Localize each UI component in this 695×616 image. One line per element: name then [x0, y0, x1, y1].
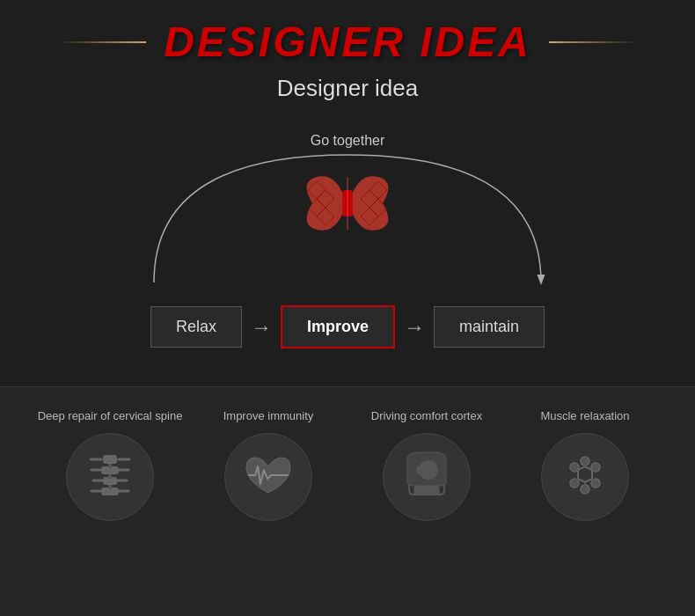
feature-label-4: Muscle relaxation — [540, 409, 629, 424]
feature-item-1: Deep repair of cervical spine — [35, 409, 185, 603]
right-decorative-line — [549, 41, 637, 43]
arch-container: Go together — [84, 128, 611, 304]
arrow-1: → — [251, 315, 272, 340]
feature-icon-circle-3 — [383, 433, 471, 521]
svg-point-24 — [591, 479, 600, 488]
head-icon — [400, 451, 453, 503]
features-grid: Deep repair of cervical spine — [35, 409, 660, 603]
svg-rect-2 — [103, 455, 117, 464]
top-section: DESIGNER IDEA Designer idea Go together — [0, 0, 695, 387]
feature-item-3: Driving comfort cortex — [352, 409, 501, 603]
feature-label-2: Improve immunity — [223, 409, 314, 424]
pillow-illustration — [295, 164, 400, 243]
maintain-box: maintain — [434, 306, 545, 348]
pillow-svg — [295, 164, 400, 243]
feature-icon-circle-2 — [224, 433, 312, 521]
feature-label-1: Deep repair of cervical spine — [38, 409, 183, 424]
arrow-2: → — [404, 315, 425, 340]
svg-point-20 — [416, 466, 421, 474]
feature-item-2: Improve immunity — [194, 409, 343, 603]
feature-item-4: Muscle relaxation — [510, 409, 660, 603]
subtitle: Designer idea — [277, 75, 418, 102]
svg-marker-21 — [578, 466, 592, 482]
feature-icon-circle-1 — [66, 433, 154, 521]
go-together-label: Go together — [311, 133, 385, 149]
bottom-section: Deep repair of cervical spine — [0, 387, 695, 616]
svg-rect-6 — [108, 464, 112, 468]
main-title: DESIGNER IDEA — [164, 18, 531, 66]
relax-box: Relax — [150, 306, 242, 348]
feature-label-3: Driving comfort cortex — [371, 409, 482, 424]
spine-icon — [84, 451, 136, 503]
feature-icon-circle-4 — [541, 433, 629, 521]
heart-icon — [242, 451, 295, 503]
molecule-icon — [559, 451, 611, 503]
boxes-row: Relax → Improve → maintain — [40, 305, 655, 348]
left-decorative-line — [58, 41, 146, 43]
diagram-area: Go together — [40, 128, 655, 357]
decorative-header: DESIGNER IDEA — [58, 18, 637, 66]
svg-point-19 — [419, 460, 438, 480]
improve-box: Improve — [281, 305, 395, 348]
svg-rect-7 — [108, 474, 112, 479]
svg-rect-8 — [108, 485, 112, 489]
